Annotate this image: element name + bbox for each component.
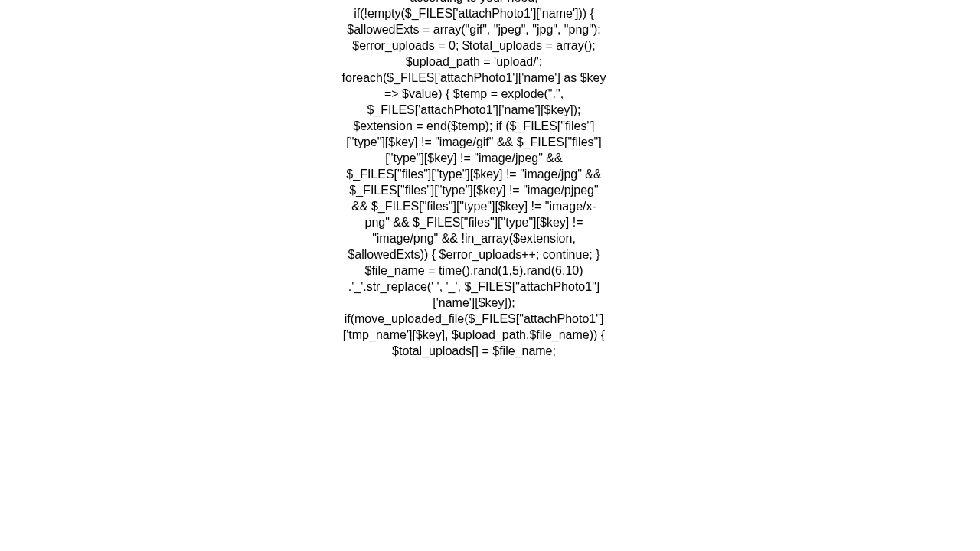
php-code-snippet: according to your need; if(!empty($_FILE… [341, 0, 606, 359]
page: according to your need; if(!empty($_FILE… [0, 0, 980, 551]
